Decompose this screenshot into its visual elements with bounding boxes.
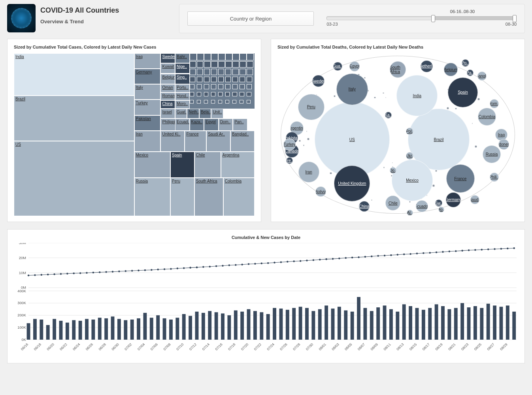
bubble-cell[interactable]: Po.. bbox=[462, 59, 469, 67]
bubble-cell[interactable]: United Kingdom bbox=[334, 166, 370, 201]
bubble-cell[interactable]: China bbox=[359, 201, 370, 212]
slider-range-label: 06-16..08-30 bbox=[450, 9, 475, 14]
bubble-cell[interactable]: Mexico bbox=[392, 160, 433, 201]
treemap-cell[interactable]: Dom.. bbox=[219, 118, 233, 131]
treemap-cell[interactable]: Bahr.. bbox=[175, 53, 190, 63]
treemap-cell[interactable]: South Africa bbox=[194, 178, 223, 216]
treemap-cell[interactable]: Oman bbox=[160, 84, 175, 92]
bubble-cell[interactable]: Sw.. bbox=[435, 199, 442, 206]
bubble-cell[interactable]: Indones.. bbox=[498, 139, 509, 150]
treemap-cell[interactable]: Sweden bbox=[160, 53, 175, 63]
svg-text:08/27: 08/27 bbox=[486, 342, 495, 352]
treemap-cell[interactable]: Argentina bbox=[221, 152, 255, 178]
treemap-cell[interactable]: Spain bbox=[170, 152, 194, 178]
treemap-cell[interactable]: Germany bbox=[134, 69, 161, 84]
bubble-cell[interactable]: Pa.. bbox=[467, 70, 474, 76]
bubble-cell[interactable]: Italy bbox=[336, 73, 368, 105]
bubble-cell[interactable]: Do.. bbox=[390, 167, 396, 174]
treemap-cell[interactable]: Russia bbox=[134, 178, 170, 216]
slider-handle-start[interactable] bbox=[431, 15, 435, 22]
bubble-cell[interactable]: South Africa bbox=[390, 61, 406, 78]
bubble-cell[interactable]: Iraq bbox=[495, 129, 507, 141]
country-region-dropdown[interactable]: Country or Region bbox=[187, 11, 314, 26]
bubble-cell[interactable]: Ecuador bbox=[416, 200, 428, 212]
svg-rect-109 bbox=[124, 320, 127, 340]
svg-rect-137 bbox=[305, 308, 309, 340]
treemap-cell[interactable]: Saudi Ar.. bbox=[206, 131, 230, 152]
svg-rect-156 bbox=[428, 308, 432, 340]
svg-rect-126 bbox=[234, 310, 238, 340]
svg-text:100K: 100K bbox=[17, 325, 26, 329]
svg-text:06/16: 06/16 bbox=[20, 342, 29, 352]
treemap-cell[interactable]: Pan.. bbox=[233, 118, 247, 131]
treemap-cell[interactable]: Hond.. bbox=[175, 92, 190, 101]
bubble-cell[interactable]: Rom.. bbox=[490, 99, 499, 108]
treemap-cell[interactable]: Egypt bbox=[204, 118, 219, 131]
bubble-cell[interactable]: Al.. bbox=[407, 210, 413, 216]
treemap-cell[interactable]: Moro.. bbox=[175, 100, 190, 109]
svg-text:400K: 400K bbox=[17, 289, 26, 293]
treemap-cell[interactable]: Pakistan bbox=[134, 115, 161, 131]
svg-text:07/26: 07/26 bbox=[279, 342, 288, 352]
bubble-cell[interactable]: Bangl.. bbox=[477, 71, 487, 81]
combo-chart[interactable]: 0M10M20M30M0K100K200K300K400K06/1606/180… bbox=[14, 243, 518, 357]
svg-rect-97 bbox=[46, 325, 50, 340]
treemap-cell[interactable]: Neth.. bbox=[187, 109, 199, 118]
bubble-cell[interactable]: Sweden bbox=[312, 75, 324, 87]
treemap-cell[interactable]: Iran bbox=[134, 131, 161, 152]
treemap-cell[interactable]: Turkey bbox=[134, 100, 161, 115]
treemap-cell[interactable]: United Ki.. bbox=[160, 131, 185, 152]
bubble-cell[interactable]: Phili.. bbox=[490, 173, 499, 182]
treemap-cell[interactable]: Portu.. bbox=[175, 84, 190, 92]
treemap-cell[interactable]: Kuwait bbox=[160, 63, 175, 74]
treemap-cell[interactable]: Chile bbox=[194, 152, 221, 178]
treemap-cell[interactable]: India bbox=[14, 53, 134, 96]
treemap-cell[interactable]: Belgium bbox=[160, 74, 175, 85]
bubble-cell[interactable]: Ka.. bbox=[385, 112, 392, 118]
svg-rect-105 bbox=[98, 318, 102, 340]
bubble-cell[interactable]: Germany bbox=[446, 192, 461, 207]
bubble-cell[interactable]: France bbox=[446, 164, 475, 193]
treemap-cell[interactable]: Italy bbox=[134, 84, 161, 100]
treemap-cell[interactable]: Roman.. bbox=[160, 92, 175, 101]
svg-text:08/21: 08/21 bbox=[447, 342, 457, 352]
slider-handle-end[interactable] bbox=[513, 15, 517, 22]
bubble-cell[interactable]: Colombia bbox=[478, 108, 496, 126]
treemap-cell[interactable]: Israel bbox=[160, 109, 175, 118]
bubble-chart[interactable]: USBrazilIndiaMexicoUnited KingdomItalyFr… bbox=[277, 53, 518, 216]
bubble-cell[interactable]: Spain bbox=[448, 77, 478, 107]
treemap-cell[interactable]: Bela.. bbox=[199, 109, 211, 118]
treemap-cell[interactable]: France bbox=[185, 131, 206, 152]
date-range-slider[interactable]: 06-16..08-30 03-23 08-30 bbox=[326, 11, 517, 26]
treemap-cell[interactable]: Guat.. bbox=[175, 109, 187, 118]
bubble-cell[interactable]: India bbox=[396, 75, 438, 117]
treemap-chart[interactable]: IndiaBrazilUSIraqGermanyItalyTurkeyPakis… bbox=[14, 53, 255, 216]
bubble-cell[interactable]: Gua.. bbox=[333, 62, 342, 71]
bubble-cell[interactable]: Netherl.. bbox=[421, 60, 432, 72]
treemap-cell[interactable]: Iraq bbox=[134, 53, 161, 69]
bubble-cell[interactable]: Russia bbox=[483, 145, 501, 164]
treemap-cell[interactable]: Unit.. bbox=[211, 109, 223, 118]
svg-rect-158 bbox=[441, 306, 445, 340]
treemap-cell[interactable]: Mexico bbox=[134, 152, 170, 178]
combo-title: Cumulative & New Cases by Date bbox=[14, 235, 518, 240]
bubble-cell[interactable]: Iran bbox=[298, 162, 319, 182]
bubble-cell[interactable]: Belgium bbox=[444, 63, 457, 76]
treemap-cell[interactable]: Colombia bbox=[223, 178, 255, 216]
svg-text:08/03: 08/03 bbox=[331, 342, 340, 352]
treemap-cell[interactable]: US bbox=[14, 141, 134, 216]
svg-text:07/10: 07/10 bbox=[175, 342, 185, 352]
bubble-cell[interactable]: Saud.. bbox=[470, 195, 479, 204]
bubble-cell[interactable]: Turkey bbox=[283, 139, 295, 150]
bubble-cell[interactable]: Peru bbox=[298, 94, 324, 120]
treemap-cell[interactable]: Ecuad.. bbox=[175, 118, 190, 131]
treemap-cell[interactable]: Brazil bbox=[14, 96, 134, 141]
svg-rect-136 bbox=[299, 307, 302, 340]
bubble-cell[interactable]: Ho.. bbox=[438, 207, 444, 213]
treemap-cell[interactable]: Nige.. bbox=[175, 63, 190, 74]
treemap-cell[interactable]: Sing.. bbox=[175, 74, 190, 85]
treemap-cell[interactable]: China bbox=[160, 100, 175, 109]
treemap-cell[interactable]: Peru bbox=[170, 178, 194, 216]
treemap-cell[interactable]: Banglad.. bbox=[230, 131, 255, 152]
treemap-cell[interactable]: Kaza.. bbox=[190, 118, 204, 131]
